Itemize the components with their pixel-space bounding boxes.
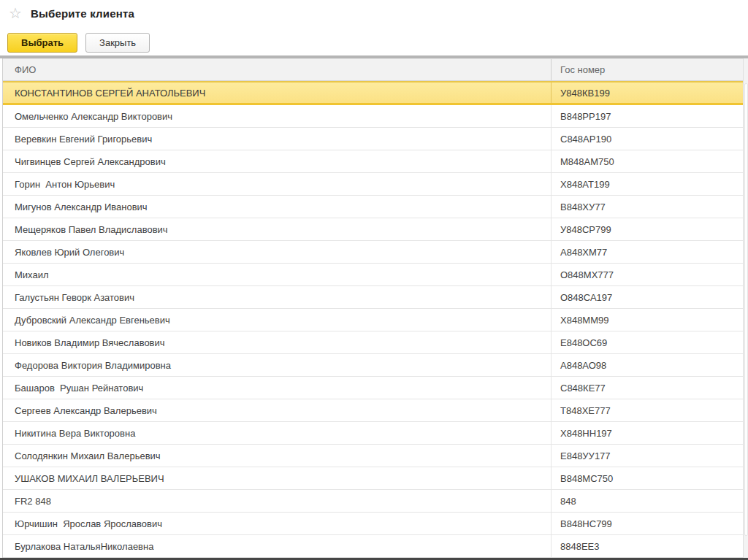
table-row[interactable]: Новиков Владимир ВячеславовичЕ848ОС69: [3, 331, 743, 354]
table-row[interactable]: Сергеев Александр ВалерьевичТ848ХЕ777: [3, 399, 743, 422]
cell-fio[interactable]: Сергеев Александр Валерьевич: [3, 399, 551, 421]
cell-gos-nomer[interactable]: Т848ХЕ777: [551, 399, 743, 421]
select-button[interactable]: Выбрать: [7, 33, 77, 53]
cell-fio[interactable]: УШАКОВ МИХАИЛ ВАЛЕРЬЕВИЧ: [3, 467, 551, 489]
client-table-header: ФИО Гос номер: [3, 58, 743, 81]
table-row[interactable]: Мигунов Александр ИвановичВ848ХУ77: [3, 196, 743, 218]
cell-gos-nomer[interactable]: В848МС750: [551, 467, 743, 489]
cell-fio[interactable]: Чигвинцев Сергей Александрович: [3, 150, 551, 172]
cell-gos-nomer[interactable]: У848КВ199: [551, 83, 743, 103]
cell-gos-nomer[interactable]: Е848УУ177: [551, 445, 743, 467]
vertical-scrollbar-thumb[interactable]: [744, 83, 748, 536]
page-title: Выберите клиента: [31, 7, 134, 20]
cell-gos-nomer[interactable]: В848ХУ77: [551, 196, 743, 218]
cell-gos-nomer[interactable]: М848АМ750: [551, 150, 743, 172]
table-row[interactable]: КОНСТАНТИНОВ СЕРГЕЙ АНАТОЛЬЕВИЧУ848КВ199: [3, 81, 743, 105]
table-row[interactable]: Никитина Вера ВикторовнаХ848НН197: [3, 422, 743, 445]
table-row[interactable]: Юрчишин Ярослав ЯрославовичВ848НС799: [3, 513, 743, 535]
cell-fio[interactable]: Мещеряков Павел Владиславович: [3, 218, 551, 240]
table-row[interactable]: Галустьян Геворк АзатовичО848СА197: [3, 286, 743, 309]
favorite-star-icon[interactable]: ☆: [9, 5, 22, 21]
table-row[interactable]: МихаилО848МХ777: [3, 264, 743, 286]
cell-fio[interactable]: Веревкин Евгений Григорьевич: [3, 128, 551, 150]
cell-fio[interactable]: Мигунов Александр Иванович: [3, 196, 551, 218]
table-row[interactable]: Веревкин Евгений ГригорьевичС848АР190: [3, 128, 743, 150]
cell-gos-nomer[interactable]: 8848ЕЕ3: [551, 535, 743, 557]
cell-fio[interactable]: Солодянкин Михаил Валерьевич: [3, 445, 551, 467]
cell-fio[interactable]: Галустьян Геворк Азатович: [3, 286, 551, 308]
cell-fio[interactable]: Федорова Виктория Владимировна: [3, 354, 551, 376]
client-table-body: КОНСТАНТИНОВ СЕРГЕЙ АНАТОЛЬЕВИЧУ848КВ199…: [3, 81, 743, 558]
cell-gos-nomer[interactable]: У848СР799: [551, 218, 743, 240]
cell-fio[interactable]: Яковлев Юрий Олегович: [3, 241, 551, 263]
toolbar: Выбрать Закрыть: [7, 33, 150, 53]
vertical-scrollbar[interactable]: [743, 58, 748, 558]
table-row[interactable]: Чигвинцев Сергей АлександровичМ848АМ750: [3, 150, 743, 173]
cell-fio[interactable]: КОНСТАНТИНОВ СЕРГЕЙ АНАТОЛЬЕВИЧ: [3, 83, 551, 103]
close-button[interactable]: Закрыть: [85, 33, 150, 53]
cell-gos-nomer[interactable]: Х848ММ99: [551, 309, 743, 331]
cell-fio[interactable]: Башаров Рушан Рейнатович: [3, 377, 551, 399]
table-row[interactable]: Башаров Рушан РейнатовичС848КЕ77: [3, 377, 743, 399]
titlebar: ☆ Выберите клиента: [9, 5, 134, 21]
cell-gos-nomer[interactable]: А848ХМ77: [551, 241, 743, 263]
table-row[interactable]: Федорова Виктория ВладимировнаА848АО98: [3, 354, 743, 377]
cell-gos-nomer[interactable]: А848АО98: [551, 354, 743, 376]
cell-fio[interactable]: Михаил: [3, 264, 551, 285]
cell-gos-nomer[interactable]: 848: [551, 490, 743, 512]
cell-fio[interactable]: Горин Антон Юрьевич: [3, 173, 551, 195]
column-header-fio[interactable]: ФИО: [3, 59, 551, 80]
table-row[interactable]: Дубровский Александр ЕвгеньевичХ848ММ99: [3, 309, 743, 331]
cell-gos-nomer[interactable]: Е848ОС69: [551, 331, 743, 353]
cell-gos-nomer[interactable]: В848НС799: [551, 513, 743, 534]
table-row[interactable]: Мещеряков Павел ВладиславовичУ848СР799: [3, 218, 743, 241]
cell-fio[interactable]: Дубровский Александр Евгеньевич: [3, 309, 551, 331]
cell-fio[interactable]: Никитина Вера Викторовна: [3, 422, 551, 444]
cell-gos-nomer[interactable]: Х848АТ199: [551, 173, 743, 195]
table-row[interactable]: Солодянкин Михаил ВалерьевичЕ848УУ177: [3, 445, 743, 467]
cell-gos-nomer[interactable]: В848РР197: [551, 105, 743, 127]
cell-gos-nomer[interactable]: О848СА197: [551, 286, 743, 308]
table-row[interactable]: Яковлев Юрий ОлеговичА848ХМ77: [3, 241, 743, 264]
table-row[interactable]: Горин Антон ЮрьевичХ848АТ199: [3, 173, 743, 196]
table-row[interactable]: УШАКОВ МИХАИЛ ВАЛЕРЬЕВИЧВ848МС750: [3, 467, 743, 490]
cell-fio[interactable]: FR2 848: [3, 490, 551, 512]
client-table: ФИО Гос номер КОНСТАНТИНОВ СЕРГЕЙ АНАТОЛ…: [2, 58, 743, 558]
cell-fio[interactable]: Новиков Владимир Вячеславович: [3, 331, 551, 353]
cell-fio[interactable]: Юрчишин Ярослав Ярославович: [3, 513, 551, 534]
table-row[interactable]: FR2 848848: [3, 490, 743, 513]
column-header-gos[interactable]: Гос номер: [551, 59, 743, 80]
cell-gos-nomer[interactable]: О848МХ777: [551, 264, 743, 285]
cell-gos-nomer[interactable]: С848АР190: [551, 128, 743, 150]
cell-fio[interactable]: Омельченко Александр Викторович: [3, 105, 551, 127]
table-row[interactable]: Омельченко Александр ВикторовичВ848РР197: [3, 105, 743, 128]
cell-gos-nomer[interactable]: С848КЕ77: [551, 377, 743, 399]
cell-fio[interactable]: Бурлакова НатальяНиколаевна: [3, 535, 551, 557]
cell-gos-nomer[interactable]: Х848НН197: [551, 422, 743, 444]
table-row[interactable]: Бурлакова НатальяНиколаевна8848ЕЕ3: [3, 535, 743, 558]
